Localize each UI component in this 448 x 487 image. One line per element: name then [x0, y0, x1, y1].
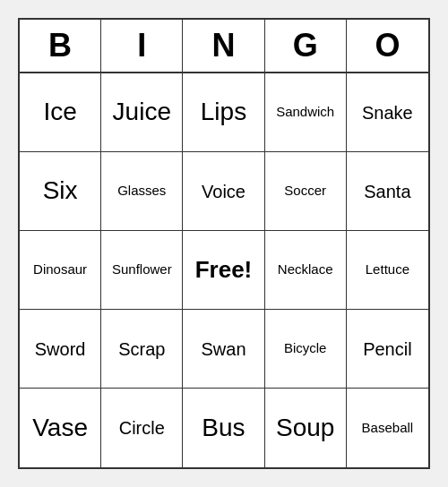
cell-text: Baseball: [362, 421, 414, 436]
cell-text: Glasses: [117, 184, 166, 199]
bingo-cell: Free!: [183, 231, 264, 310]
header-letter: N: [183, 20, 264, 72]
cell-text: Ice: [43, 98, 76, 126]
bingo-cell: Dinosaur: [20, 231, 101, 310]
bingo-cell: Soup: [265, 389, 347, 467]
bingo-cell: Pencil: [347, 310, 428, 389]
cell-text: Necklace: [278, 262, 333, 278]
cell-text: Snake: [362, 103, 413, 123]
cell-text: Santa: [364, 182, 410, 201]
cell-text: Lips: [201, 98, 246, 126]
bingo-cell: Sword: [20, 310, 101, 389]
bingo-cell: Voice: [183, 152, 264, 231]
cell-text: Bicycle: [284, 341, 327, 356]
cell-text: Vase: [32, 414, 88, 442]
cell-text: Swan: [201, 339, 246, 359]
cell-text: Free!: [195, 257, 253, 283]
cell-text: Juice: [113, 98, 171, 126]
cell-text: Scrap: [118, 339, 165, 359]
cell-text: Sandwich: [276, 105, 334, 120]
bingo-cell: Bus: [183, 389, 264, 467]
bingo-header: BINGO: [20, 20, 428, 73]
header-letter: G: [265, 20, 347, 72]
bingo-cell: Scrap: [101, 310, 183, 389]
bingo-cell: Juice: [101, 73, 183, 152]
bingo-cell: Baseball: [347, 389, 428, 467]
bingo-cell: Snake: [347, 73, 428, 152]
cell-text: Lettuce: [366, 262, 409, 278]
cell-text: Soup: [276, 414, 334, 442]
cell-text: Circle: [119, 418, 165, 438]
bingo-cell: Circle: [101, 389, 183, 467]
cell-text: Sword: [35, 339, 86, 359]
bingo-cell: Lips: [183, 73, 264, 152]
bingo-card: BINGO IceJuiceLipsSandwichSnakeSixGlasse…: [18, 18, 430, 469]
bingo-cell: Necklace: [265, 231, 347, 310]
bingo-cell: Santa: [347, 152, 428, 231]
bingo-cell: Vase: [20, 389, 101, 467]
cell-text: Dinosaur: [33, 262, 87, 278]
cell-text: Pencil: [363, 339, 411, 359]
cell-text: Soccer: [284, 184, 326, 199]
header-letter: O: [347, 20, 428, 72]
bingo-cell: Sandwich: [265, 73, 347, 152]
cell-text: Sunflower: [112, 262, 172, 278]
header-letter: I: [101, 20, 183, 72]
header-letter: B: [20, 20, 101, 72]
bingo-cell: Soccer: [265, 152, 347, 231]
bingo-cell: Ice: [20, 73, 101, 152]
bingo-cell: Six: [20, 152, 101, 231]
bingo-cell: Swan: [183, 310, 264, 389]
bingo-cell: Glasses: [101, 152, 183, 231]
bingo-grid: IceJuiceLipsSandwichSnakeSixGlassesVoice…: [20, 73, 428, 467]
bingo-cell: Bicycle: [265, 310, 347, 389]
cell-text: Voice: [202, 182, 246, 201]
bingo-cell: Lettuce: [347, 231, 428, 310]
cell-text: Six: [43, 177, 78, 205]
cell-text: Bus: [202, 414, 245, 442]
bingo-cell: Sunflower: [101, 231, 183, 310]
